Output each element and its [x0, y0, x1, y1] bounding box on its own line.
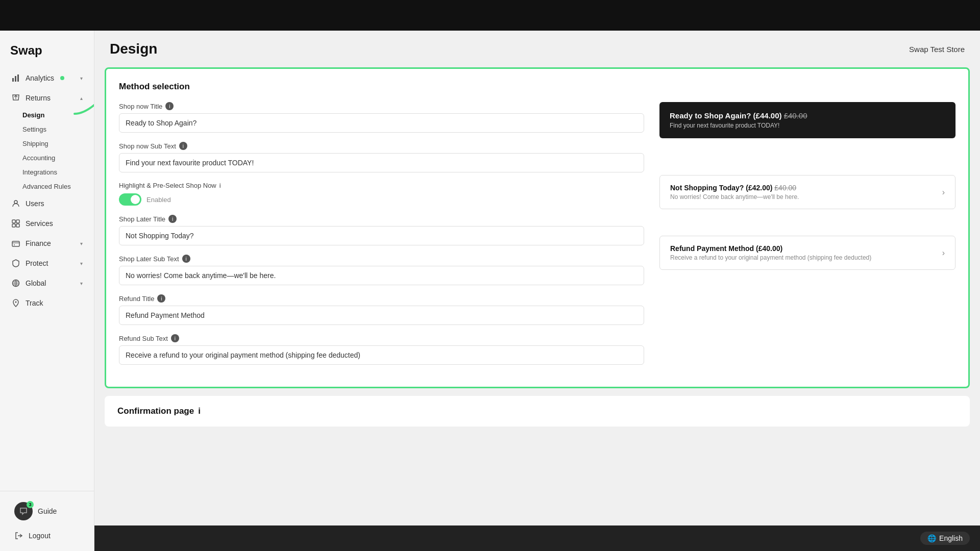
preview-shop-now-original-price: £40.00	[784, 111, 807, 120]
sidebar-item-track[interactable]: Track	[3, 293, 91, 313]
sidebar-item-returns[interactable]: Returns ▴	[3, 88, 91, 108]
app-logo: Swap	[0, 36, 94, 68]
global-chevron: ▾	[80, 281, 83, 286]
shop-later-title-input[interactable]	[119, 226, 644, 245]
track-label: Track	[26, 299, 43, 307]
shop-now-title-label: Shop now Title i	[119, 102, 644, 110]
sidebar-subitem-integrations[interactable]: Integrations	[22, 165, 91, 179]
shop-later-chevron-right: ›	[942, 188, 945, 197]
refund-title-info-icon[interactable]: i	[157, 294, 165, 303]
confirmation-info-icon[interactable]: i	[198, 406, 201, 416]
global-icon	[11, 279, 20, 288]
sidebar-subitem-shipping[interactable]: Shipping	[22, 137, 91, 151]
highlight-toggle-group: Highlight & Pre-Select Shop Now i Enable…	[119, 182, 644, 206]
highlight-toggle[interactable]	[119, 193, 141, 206]
flag-icon: 🌐	[927, 534, 936, 542]
shop-later-sub-input[interactable]	[119, 266, 644, 285]
sidebar-subitem-advanced-rules[interactable]: Advanced Rules	[22, 180, 91, 193]
sidebar-item-finance[interactable]: Finance ▾	[3, 234, 91, 253]
chat-badge: 3	[27, 501, 34, 508]
refund-title-label: Refund Title i	[119, 294, 644, 303]
svg-rect-1	[15, 76, 16, 82]
svg-point-4	[14, 201, 17, 204]
shop-now-sub-group: Shop now Sub Text i	[119, 142, 644, 172]
form-column: Shop now Title i Shop now Sub Text i	[119, 102, 644, 374]
content-area: Method selection Shop now Title i	[94, 67, 980, 525]
sidebar-item-global[interactable]: Global ▾	[3, 273, 91, 293]
method-selection-title: Method selection	[119, 82, 955, 92]
preview-shop-later-title: Not Shopping Today? (£42.00) £40.00	[670, 184, 799, 192]
language-selector[interactable]: 🌐 English	[920, 532, 970, 545]
preview-refund-info: Refund Payment Method (£40.00) Receive a…	[670, 244, 871, 261]
sidebar-item-analytics[interactable]: Analytics ▾	[3, 68, 91, 88]
svg-point-10	[14, 244, 15, 245]
protect-icon	[11, 259, 20, 268]
sidebar-item-services[interactable]: Services	[3, 214, 91, 233]
global-label: Global	[26, 279, 46, 287]
sidebar-nav: Analytics ▾ Returns ▴	[0, 68, 94, 491]
svg-rect-5	[12, 220, 15, 223]
refund-sub-input[interactable]	[119, 345, 644, 365]
svg-rect-6	[16, 220, 19, 223]
preview-shop-later-original-price: £40.00	[774, 184, 796, 192]
svg-rect-8	[16, 224, 19, 227]
page-header: Design Swap Test Store	[94, 31, 980, 67]
preview-shop-later-info: Not Shopping Today? (£42.00) £40.00 No w…	[670, 184, 799, 201]
returns-subnav: Design Settings Shipping Accounting Inte…	[0, 108, 94, 193]
store-name: Swap Test Store	[909, 45, 965, 54]
sidebar-item-guide[interactable]: 3 Guide	[6, 497, 88, 525]
sidebar-item-protect[interactable]: Protect ▾	[3, 254, 91, 273]
refund-sub-group: Refund Sub Text i	[119, 334, 644, 365]
track-icon	[11, 298, 20, 308]
protect-label: Protect	[26, 259, 48, 267]
preview-refund-card: Refund Payment Method (£40.00) Receive a…	[659, 236, 955, 270]
svg-rect-2	[17, 74, 19, 82]
shop-now-sub-label: Shop now Sub Text i	[119, 142, 644, 150]
svg-rect-7	[12, 224, 15, 227]
analytics-label: Analytics	[26, 74, 54, 82]
refund-title-input[interactable]	[119, 306, 644, 325]
two-column-layout: Shop now Title i Shop now Sub Text i	[119, 102, 955, 374]
sidebar: Swap Analytics ▾	[0, 31, 94, 551]
shop-later-sub-group: Shop Later Sub Text i	[119, 255, 644, 285]
analytics-icon	[11, 73, 20, 83]
returns-label: Returns	[26, 94, 51, 102]
shop-now-title-info-icon[interactable]: i	[165, 102, 174, 110]
sidebar-subitem-design[interactable]: Design	[22, 108, 91, 122]
preview-shop-now-title: Ready to Shop Again? (£44.00) £40.00	[670, 111, 945, 120]
analytics-badge	[60, 76, 64, 80]
refund-sub-label: Refund Sub Text i	[119, 334, 644, 342]
shop-later-title-label: Shop Later Title i	[119, 215, 644, 223]
logout-icon	[14, 531, 23, 540]
preview-spacer-1	[659, 144, 955, 175]
preview-refund-title: Refund Payment Method (£40.00)	[670, 244, 871, 253]
highlight-info-icon[interactable]: i	[219, 182, 221, 189]
refund-chevron-right: ›	[942, 248, 945, 258]
preview-shop-later-card: Not Shopping Today? (£42.00) £40.00 No w…	[659, 175, 955, 209]
shop-now-sub-input[interactable]	[119, 153, 644, 172]
preview-column: Ready to Shop Again? (£44.00) £40.00 Fin…	[659, 102, 955, 374]
shop-now-title-input[interactable]	[119, 113, 644, 133]
shop-later-sub-label: Shop Later Sub Text i	[119, 255, 644, 263]
preview-spacer-2	[659, 215, 955, 236]
toggle-text: Enabled	[146, 196, 171, 204]
returns-chevron: ▴	[80, 95, 83, 101]
preview-shop-now-card: Ready to Shop Again? (£44.00) £40.00 Fin…	[659, 102, 955, 138]
sidebar-item-users[interactable]: Users	[3, 194, 91, 213]
svg-rect-9	[12, 241, 19, 246]
confirmation-title: Confirmation page i	[117, 406, 957, 416]
sidebar-subitem-settings[interactable]: Settings	[22, 122, 91, 136]
sidebar-bottom: 3 Guide Logout	[0, 491, 94, 551]
toggle-row: Enabled	[119, 193, 644, 206]
sidebar-subitem-accounting[interactable]: Accounting	[22, 151, 91, 165]
shop-later-sub-info-icon[interactable]: i	[182, 255, 190, 263]
shop-now-sub-info-icon[interactable]: i	[179, 142, 187, 150]
sidebar-item-logout[interactable]: Logout	[6, 526, 88, 545]
bottom-bar: 🌐 English	[94, 525, 980, 551]
preview-shop-later-sub: No worries! Come back anytime—we'll be h…	[670, 193, 799, 201]
shop-later-title-info-icon[interactable]: i	[168, 215, 177, 223]
chat-button[interactable]: 3	[14, 502, 33, 520]
finance-chevron: ▾	[80, 241, 83, 246]
main-content: Design Swap Test Store Method selection …	[94, 31, 980, 551]
refund-sub-info-icon[interactable]: i	[171, 334, 179, 342]
